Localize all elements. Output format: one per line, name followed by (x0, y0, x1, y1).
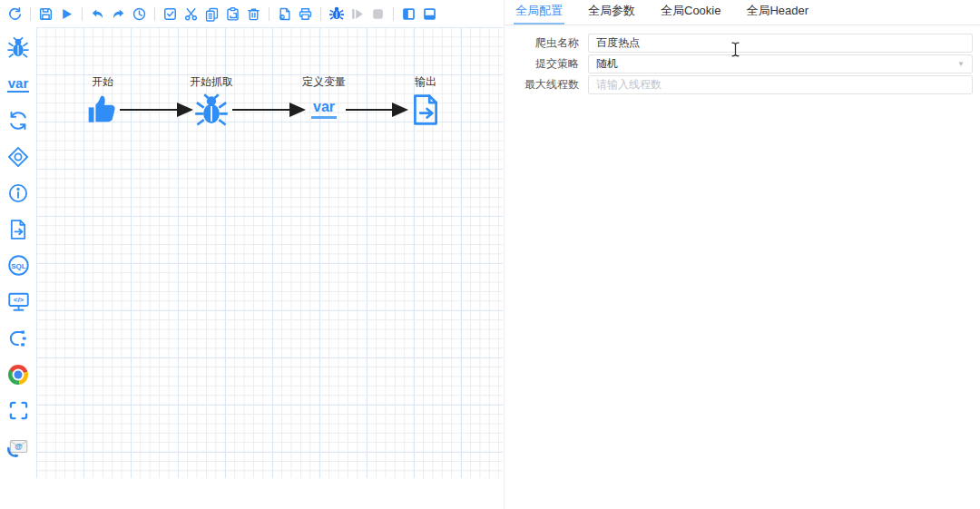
debug-icon[interactable] (326, 3, 347, 24)
svg-text:@: @ (15, 441, 22, 450)
select-all-icon[interactable] (160, 3, 181, 24)
crawler-name-input[interactable] (588, 34, 973, 53)
var-label: var (7, 75, 30, 93)
node-crawl[interactable]: 开始抓取 (186, 74, 237, 129)
submit-strategy-label: 提交策略 (505, 56, 588, 72)
undo-icon[interactable] (87, 3, 108, 24)
email-node-icon[interactable]: @ (5, 435, 32, 459)
stop-icon[interactable] (368, 3, 388, 24)
sql-label: SQL (11, 262, 26, 270)
tab-global-cookie[interactable]: 全局Cookie (659, 0, 722, 24)
copy-icon[interactable] (201, 3, 222, 24)
comment-node-icon[interactable] (5, 181, 32, 205)
max-threads-input[interactable] (588, 75, 973, 94)
redo-icon[interactable] (108, 3, 129, 24)
divider (82, 7, 83, 21)
step-resume-icon[interactable] (347, 3, 368, 24)
submit-strategy-select[interactable] (588, 54, 973, 73)
divider (320, 7, 321, 21)
node-label: 定义变量 (302, 74, 346, 90)
condition-node-icon[interactable] (5, 144, 32, 169)
flow-canvas[interactable]: 开始 开始抓取 定义变量 var 输出 (36, 27, 503, 478)
tab-global-header[interactable]: 全局Header (744, 0, 810, 24)
tab-global-config[interactable]: 全局配置 (514, 0, 564, 24)
reset-icon[interactable] (5, 3, 25, 24)
variable-node-icon[interactable]: var (5, 72, 32, 96)
editor-toolbar (0, 0, 504, 27)
spider-flow-editor: var SQL </> @ (0, 0, 980, 509)
config-panel: 全局配置 全局参数 全局Cookie 全局Header 爬虫名称 提交策略 ▼ … (504, 0, 980, 509)
loop-node-icon[interactable] (5, 108, 32, 132)
node-start[interactable]: 开始 (77, 74, 128, 127)
var-text: var (311, 98, 337, 119)
node-label: 开始 (92, 74, 113, 90)
divider (269, 7, 270, 21)
delete-icon[interactable] (243, 3, 264, 24)
spider-node-icon[interactable] (5, 35, 32, 60)
cut-icon[interactable] (181, 3, 201, 24)
output-node-icon[interactable] (5, 217, 32, 241)
node-label: 开始抓取 (190, 74, 233, 90)
output-icon (408, 93, 443, 127)
save-icon[interactable] (35, 3, 56, 24)
print-icon[interactable] (295, 3, 316, 24)
global-config-form: 爬虫名称 提交策略 ▼ 最大线程数 (505, 25, 980, 94)
export-icon[interactable] (274, 3, 295, 24)
code-label: </> (13, 296, 24, 304)
divider (30, 7, 31, 21)
max-threads-label: 最大线程数 (505, 77, 588, 93)
spider-icon (193, 93, 230, 129)
crawler-name-label: 爬虫名称 (505, 35, 588, 51)
form-row-crawler-name: 爬虫名称 (505, 33, 980, 53)
node-label: 输出 (415, 74, 436, 90)
form-row-submit-strategy: 提交策略 ▼ (505, 54, 980, 73)
divider (393, 7, 394, 21)
tab-global-params[interactable]: 全局参数 (586, 0, 637, 24)
chrome-logo (8, 365, 28, 385)
divider (154, 7, 155, 21)
history-icon[interactable] (129, 3, 150, 24)
toggle-bottom-panel-icon[interactable] (419, 3, 440, 24)
sql-node-icon[interactable]: SQL (5, 253, 32, 278)
thumb-up-icon (85, 93, 120, 127)
script-node-icon[interactable]: </> (5, 289, 32, 314)
paste-icon[interactable] (222, 3, 243, 24)
toggle-left-panel-icon[interactable] (398, 3, 419, 24)
config-tabs: 全局配置 全局参数 全局Cookie 全局Header (505, 0, 980, 25)
run-icon[interactable] (56, 3, 77, 24)
node-output[interactable]: 输出 (400, 74, 451, 127)
chrome-node-icon[interactable] (5, 362, 32, 387)
form-row-max-threads: 最大线程数 (505, 74, 980, 94)
function-node-icon[interactable] (5, 326, 32, 350)
node-palette: var SQL </> @ (0, 27, 36, 478)
node-define-variable[interactable]: 定义变量 var (299, 74, 349, 119)
selector-node-icon[interactable] (5, 398, 32, 423)
